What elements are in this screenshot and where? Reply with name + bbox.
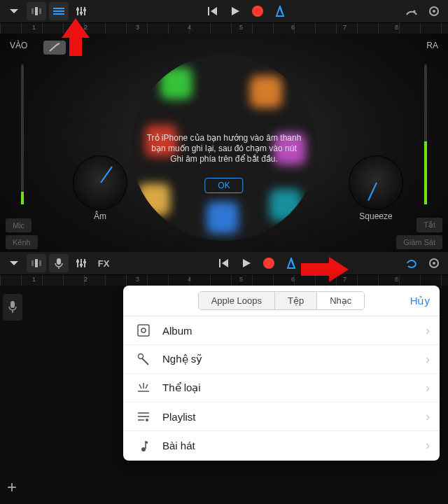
genre-icon bbox=[136, 380, 151, 396]
ruler-tick: 4 bbox=[188, 276, 191, 283]
ruler-tick: 6 bbox=[291, 276, 295, 283]
monitor-button[interactable]: Giám Sát bbox=[396, 235, 442, 249]
channel-button[interactable]: Kênh bbox=[6, 235, 38, 249]
chevron-right-icon: › bbox=[426, 410, 430, 424]
svg-rect-3 bbox=[53, 8, 64, 9]
svg-point-24 bbox=[433, 262, 435, 265]
mic-input-button[interactable] bbox=[49, 254, 69, 272]
source-segmented-control: Apple Loops Tệp Nhạc bbox=[198, 291, 365, 310]
sampler-panel: 1 2 3 4 5 6 7 8 VÀO RA Trỏ iPhone của bạ… bbox=[0, 0, 448, 252]
svg-rect-20 bbox=[83, 261, 86, 263]
svg-rect-25 bbox=[10, 301, 15, 308]
svg-rect-19 bbox=[80, 264, 83, 266]
record-button[interactable] bbox=[248, 2, 267, 20]
row-artist[interactable]: Nghệ sỹ › bbox=[123, 345, 440, 374]
ruler-tick: 5 bbox=[239, 276, 243, 283]
disclosure-button[interactable] bbox=[4, 2, 24, 20]
ruler-tick: 6 bbox=[291, 24, 295, 31]
svg-rect-5 bbox=[53, 13, 64, 15]
sample-pad-circle: Trỏ iPhone của bạn hướng vào âm thanh bạ… bbox=[131, 55, 317, 241]
tone-knob-label: Âm bbox=[73, 211, 127, 221]
view-sampler-button[interactable] bbox=[27, 2, 46, 20]
svg-rect-2 bbox=[39, 8, 41, 14]
svg-line-29 bbox=[142, 358, 148, 365]
svg-rect-9 bbox=[208, 7, 209, 15]
output-level-slider[interactable] bbox=[424, 64, 427, 204]
svg-rect-14 bbox=[35, 259, 38, 267]
loop-browser-button[interactable] bbox=[402, 254, 421, 272]
add-track-button[interactable]: + bbox=[7, 477, 17, 497]
chevron-right-icon: › bbox=[426, 352, 430, 367]
tab-music[interactable]: Nhạc bbox=[317, 292, 364, 309]
svg-rect-4 bbox=[53, 10, 64, 12]
ruler-tick: 2 bbox=[84, 276, 88, 283]
metronome-button[interactable] bbox=[270, 2, 290, 20]
tip-ok-button[interactable]: OK bbox=[204, 178, 243, 193]
fx-button[interactable]: FX bbox=[94, 254, 113, 272]
svg-rect-1 bbox=[31, 8, 34, 14]
squeeze-knob-label: Squeeze bbox=[349, 211, 403, 221]
settings-button[interactable] bbox=[424, 254, 444, 272]
svg-point-11 bbox=[414, 10, 416, 13]
squeeze-knob[interactable] bbox=[349, 155, 403, 210]
rewind-button[interactable] bbox=[203, 2, 223, 20]
chevron-right-icon: › bbox=[426, 438, 430, 453]
row-label: Nghệ sỹ bbox=[162, 353, 426, 365]
svg-rect-8 bbox=[83, 9, 86, 11]
row-label: Bài hát bbox=[162, 440, 426, 451]
svg-rect-26 bbox=[138, 325, 149, 336]
mic-source-button[interactable]: Mic bbox=[6, 218, 31, 232]
view-sampler-button[interactable] bbox=[27, 254, 46, 272]
mixer-button[interactable] bbox=[71, 254, 91, 272]
ruler-tick: 3 bbox=[136, 276, 139, 283]
chevron-right-icon: › bbox=[426, 381, 430, 396]
record-button[interactable] bbox=[259, 254, 279, 272]
row-label: Thể loại bbox=[162, 382, 426, 394]
play-button[interactable] bbox=[225, 2, 245, 20]
track-header-mic[interactable] bbox=[3, 294, 22, 321]
svg-rect-7 bbox=[80, 12, 83, 14]
row-genre[interactable]: Thể loại › bbox=[123, 374, 440, 402]
svg-point-27 bbox=[141, 328, 146, 332]
ruler-tick: 5 bbox=[239, 24, 243, 31]
ruler-tick: 3 bbox=[136, 24, 139, 31]
ruler-tick: 8 bbox=[395, 24, 398, 31]
output-label: RA bbox=[426, 41, 438, 50]
timeline-ruler[interactable]: 1 2 3 4 5 6 7 8 bbox=[0, 274, 448, 286]
row-album[interactable]: Album › bbox=[123, 316, 440, 345]
svg-point-33 bbox=[146, 419, 148, 421]
play-button[interactable] bbox=[237, 254, 256, 272]
metronome-button[interactable] bbox=[281, 254, 301, 272]
bottom-toolbar: FX bbox=[0, 252, 448, 274]
svg-rect-21 bbox=[219, 259, 220, 267]
input-plug-icon[interactable] bbox=[43, 41, 66, 55]
svg-rect-0 bbox=[35, 7, 38, 15]
settings-button[interactable] bbox=[424, 2, 444, 20]
tab-apple-loops[interactable]: Apple Loops bbox=[199, 292, 275, 309]
ruler-tick: 4 bbox=[188, 24, 191, 31]
row-song[interactable]: Bài hát › bbox=[123, 431, 440, 460]
svg-line-22 bbox=[291, 260, 293, 265]
popover-header: Apple Loops Tệp Nhạc Hủy bbox=[123, 286, 440, 316]
ruler-tick: 1 bbox=[32, 24, 36, 31]
ruler-tick: 1 bbox=[32, 276, 36, 283]
svg-rect-16 bbox=[39, 260, 41, 266]
tab-files[interactable]: Tệp bbox=[275, 292, 317, 309]
loop-browser-popover: Apple Loops Tệp Nhạc Hủy Album › Nghệ sỹ… bbox=[123, 286, 440, 461]
row-label: Album bbox=[162, 325, 426, 337]
svg-point-34 bbox=[141, 447, 146, 451]
annotation-arrow-tracks-view bbox=[62, 18, 90, 38]
chevron-right-icon: › bbox=[426, 323, 430, 338]
disclosure-button[interactable] bbox=[4, 254, 24, 272]
svg-rect-18 bbox=[76, 260, 79, 262]
svg-point-28 bbox=[139, 354, 144, 359]
svg-rect-17 bbox=[57, 258, 61, 265]
monitor-off-button[interactable]: Tắt bbox=[416, 218, 442, 232]
input-level-slider[interactable] bbox=[21, 64, 24, 204]
tone-knob[interactable] bbox=[73, 155, 127, 210]
cancel-button[interactable]: Hủy bbox=[410, 295, 430, 307]
record-tip-text: Trỏ iPhone của bạn hướng vào âm thanh bạ… bbox=[131, 133, 317, 164]
row-playlist[interactable]: Playlist › bbox=[123, 402, 440, 431]
tuner-button[interactable] bbox=[402, 2, 421, 20]
rewind-button[interactable] bbox=[214, 254, 234, 272]
